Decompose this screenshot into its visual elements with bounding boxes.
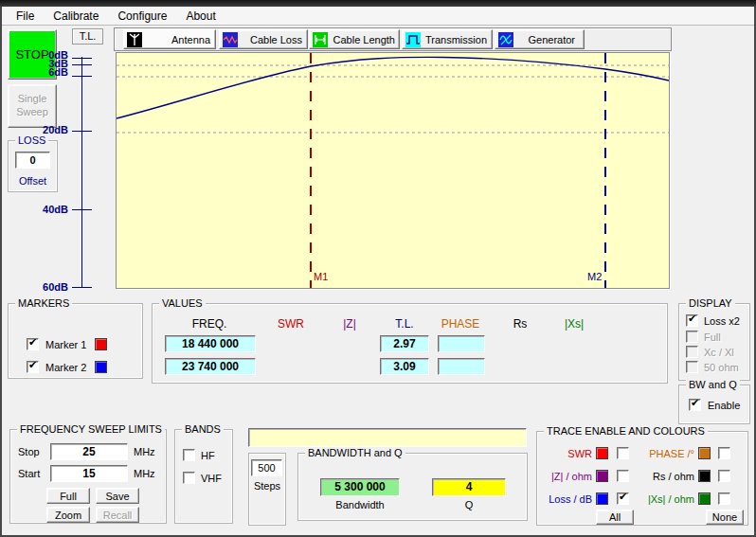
full-sweep-button[interactable]: Full <box>46 488 90 504</box>
trace-z-checkbox[interactable] <box>617 470 629 482</box>
antenna-mode-button[interactable]: Antenna <box>123 29 216 49</box>
trace-xs-swatch[interactable] <box>698 492 711 505</box>
loss-trace <box>117 57 669 118</box>
antenna-mode-label: Antenna <box>142 34 215 45</box>
trace-group: TRACE ENABLE AND COLOURS SWR PHASE /° |Z… <box>536 431 748 526</box>
loss-x2-checkbox[interactable] <box>686 314 698 327</box>
cable-length-mode-label: Cable Length <box>328 34 399 45</box>
start-unit-label: MHz <box>134 468 155 479</box>
menu-configure[interactable]: Configure <box>108 8 176 25</box>
marker2-tl-value: 3.09 <box>380 358 429 375</box>
start-label: Start <box>18 468 40 479</box>
bandwidth-label: Bandwidth <box>320 499 400 510</box>
sweep-limits-title: FREQUENCY SWEEP LIMITS <box>17 423 165 435</box>
markers-group: MARKERS Marker 1 Marker 2 <box>8 303 143 379</box>
menu-file[interactable]: File <box>7 8 44 25</box>
trace-phase-checkbox[interactable] <box>718 447 730 459</box>
steps-input[interactable]: 500 <box>251 459 282 476</box>
db-tick-20 <box>72 131 92 132</box>
marker2-freq-value: 23 740 000 <box>165 358 256 375</box>
generator-mode-button[interactable]: Generator <box>495 29 585 49</box>
db-label-60: 60dB <box>36 281 68 293</box>
marker1-checkbox[interactable] <box>27 338 39 350</box>
trace-z-swatch[interactable] <box>596 470 608 482</box>
marker1-freq-value: 18 440 000 <box>165 335 256 352</box>
loss-offset-input[interactable]: 0 <box>15 152 50 169</box>
db-label-6: 6dB <box>36 66 68 78</box>
markers-group-title: MARKERS <box>15 297 72 309</box>
bwq-enable-label: Enable <box>708 400 740 411</box>
db-label-40: 40dB <box>36 204 68 215</box>
trace-swr-swatch[interactable] <box>596 447 608 459</box>
trace-rs-swatch[interactable] <box>698 470 711 482</box>
generator-mode-label: Generator <box>513 34 584 45</box>
marker2-checkbox[interactable] <box>27 361 39 373</box>
marker1-chart-label: M1 <box>314 271 328 282</box>
menu-calibrate[interactable]: Calibrate <box>44 8 108 25</box>
values-header-xs: |Xs| <box>546 317 603 331</box>
trace-none-button[interactable]: None <box>706 510 744 525</box>
trace-phase-label: PHASE /° <box>636 448 694 459</box>
cable-length-mode-button[interactable]: Cable Length <box>309 29 400 49</box>
db-tick-40 <box>72 209 92 210</box>
menu-about[interactable]: About <box>176 8 225 25</box>
loss-group-title: LOSS <box>15 134 48 146</box>
cable-length-icon <box>313 32 328 47</box>
values-header-freq: FREQ. <box>181 317 238 331</box>
marker2-color-swatch[interactable] <box>95 361 107 373</box>
loss-offset-label: Offset <box>9 175 57 187</box>
display-group-title: DISPLAY <box>686 297 735 309</box>
loss-group: LOSS 0 Offset <box>8 140 58 192</box>
db-tick-0 <box>72 58 92 59</box>
trace-all-button[interactable]: All <box>596 510 634 525</box>
zoom-sweep-button[interactable]: Zoom <box>46 507 90 523</box>
transmission-mode-button[interactable]: Transmission <box>402 29 493 49</box>
window-chrome-strip <box>0 0 756 7</box>
values-group: VALUES FREQ. SWR |Z| T.L. PHASE Rs |Xs| … <box>152 303 668 384</box>
values-group-title: VALUES <box>159 297 206 309</box>
hf-band-checkbox[interactable] <box>183 449 195 461</box>
trace-z-label: |Z| / ohm <box>539 471 592 482</box>
trace-phase-swatch[interactable] <box>698 447 711 459</box>
loss-chart-canvas <box>117 53 669 288</box>
db-tick-6 <box>72 76 92 77</box>
stop-unit-label: MHz <box>134 446 155 457</box>
trace-loss-swatch[interactable] <box>596 492 608 505</box>
stop-freq-input[interactable]: 25 <box>50 443 128 460</box>
trace-rs-checkbox[interactable] <box>718 470 730 482</box>
steps-label: Steps <box>249 480 285 492</box>
sweep-limits-group: FREQUENCY SWEEP LIMITS Stop 25 MHz Start… <box>9 429 167 524</box>
start-freq-input[interactable]: 15 <box>50 465 128 482</box>
trace-swr-checkbox[interactable] <box>617 447 629 459</box>
marker1-color-swatch[interactable] <box>95 338 107 350</box>
recall-sweep-button[interactable]: Recall <box>96 507 139 523</box>
values-header-swr: SWR <box>262 317 319 331</box>
hf-band-label: HF <box>201 450 215 461</box>
full-display-label: Full <box>704 331 721 343</box>
menu-bar: File Calibrate Configure About <box>2 7 754 26</box>
values-header-phase: PHASE <box>432 317 489 331</box>
marker2-chart-label: M2 <box>587 271 602 282</box>
q-label: Q <box>432 499 506 510</box>
marker1-label: Marker 1 <box>45 339 86 350</box>
vhf-band-label: VHF <box>201 473 222 484</box>
bwq-enable-checkbox[interactable] <box>689 399 701 411</box>
cable-loss-mode-button[interactable]: Cable Loss <box>219 29 308 49</box>
transmission-mode-label: Transmission <box>421 34 492 45</box>
vhf-band-checkbox[interactable] <box>183 472 195 484</box>
loss-x2-label: Loss x2 <box>704 315 740 327</box>
bandwidth-q-group: BANDWIDTH and Q 5 300 000 Bandwidth 4 Q <box>297 453 528 521</box>
tl-axis-title: T.L. <box>72 28 103 45</box>
marker2-phase-value <box>438 358 485 375</box>
loss-chart[interactable]: M1 M2 <box>116 52 670 289</box>
trace-loss-checkbox[interactable] <box>617 492 629 505</box>
q-value: 4 <box>432 478 506 496</box>
fifty-ohm-label: 50 ohm <box>704 362 739 373</box>
fifty-ohm-checkbox <box>686 361 698 373</box>
trace-group-title: TRACE ENABLE AND COLOURS <box>544 425 708 437</box>
single-sweep-button[interactable]: Single Sweep <box>8 84 57 128</box>
save-sweep-button[interactable]: Save <box>96 488 139 504</box>
bands-group: BANDS HF VHF <box>174 429 233 524</box>
antenna-icon <box>127 32 142 47</box>
trace-xs-checkbox[interactable] <box>718 492 730 505</box>
